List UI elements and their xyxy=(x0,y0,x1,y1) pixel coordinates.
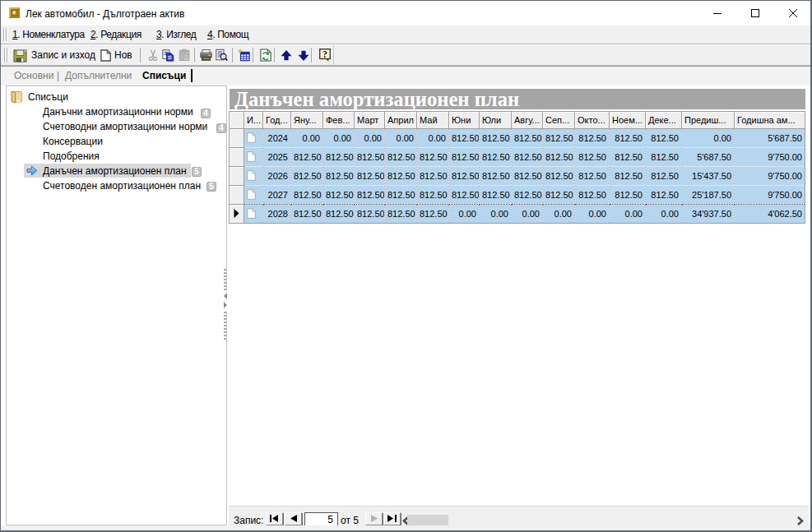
svg-text:?: ? xyxy=(322,49,327,60)
